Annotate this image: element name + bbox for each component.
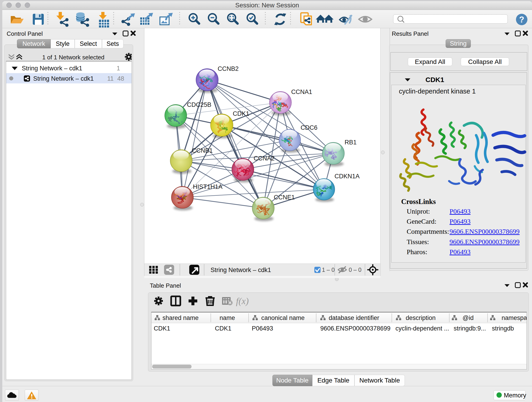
svg-text:CDKN1A: CDKN1A [335, 173, 360, 180]
svg-text:CDC6: CDC6 [301, 124, 317, 131]
svg-text:@id: @id [462, 314, 474, 321]
svg-text:HIST1H1A: HIST1H1A [193, 183, 222, 190]
svg-text:1 – 0: 1 – 0 [322, 267, 335, 273]
svg-text:shared name: shared name [162, 314, 199, 321]
svg-text:CCNB2: CCNB2 [218, 65, 239, 72]
svg-text:0 – 0: 0 – 0 [349, 267, 361, 273]
svg-text:description: description [406, 314, 436, 321]
svg-text:CCNB1: CCNB1 [192, 147, 213, 154]
svg-text:RB1: RB1 [345, 139, 357, 146]
svg-text:CCNE1: CCNE1 [274, 194, 295, 201]
svg-text:?: ? [519, 15, 524, 24]
svg-text:name: name [220, 314, 235, 321]
svg-text:String Network – cdk1: String Network – cdk1 [210, 267, 271, 274]
svg-text:namespace: namespace [501, 314, 526, 321]
svg-text:CDK1: CDK1 [233, 110, 249, 117]
svg-text:CCNA1: CCNA1 [291, 89, 312, 95]
svg-text:CCNA2: CCNA2 [254, 155, 275, 162]
svg-text:canonical name: canonical name [261, 314, 304, 321]
svg-text:CDC25B: CDC25B [187, 101, 211, 108]
svg-text:database identifier: database identifier [329, 314, 380, 321]
